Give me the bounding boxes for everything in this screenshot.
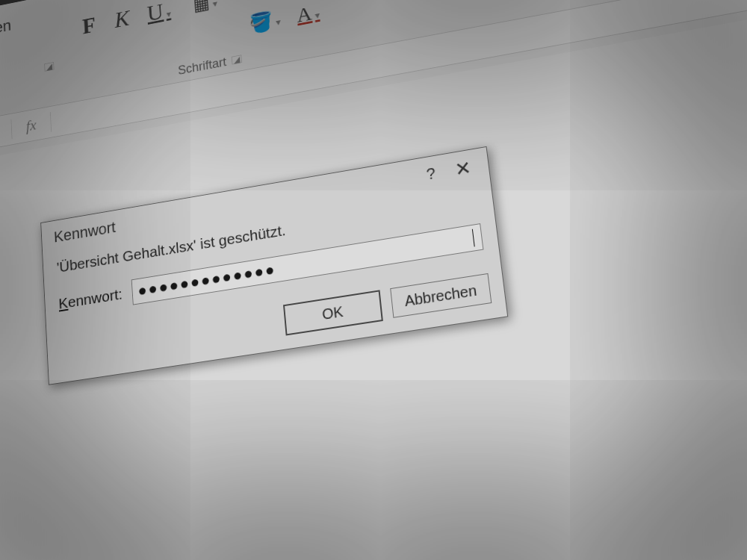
clipboard-group-label: t übertragen <box>0 16 12 49</box>
font-launcher-icon[interactable]: ◢ <box>232 55 242 64</box>
chevron-down-icon[interactable]: ▾ <box>166 9 171 19</box>
accept-icon[interactable]: ✓ <box>0 119 12 146</box>
align-left-button[interactable]: ≡ <box>385 0 412 1</box>
password-label: Kennwort: <box>58 285 123 312</box>
alignment-buttons: ≡ ≡ ≡ ≡ ≡ ≡ <box>381 0 479 1</box>
bold-button[interactable]: F <box>81 12 96 39</box>
borders-button[interactable]: ▦▾ <box>193 0 218 16</box>
fill-color-button[interactable]: 🪣▾ <box>248 7 281 35</box>
underline-button[interactable]: U▾ <box>146 0 172 27</box>
excel-window: Daten Überprüfen Ansicht t übertragen ◢ … <box>0 0 747 560</box>
chevron-down-icon[interactable]: ▾ <box>276 17 282 28</box>
help-button[interactable]: ? <box>413 158 448 190</box>
chevron-down-icon[interactable]: ▾ <box>314 10 320 22</box>
font-color-button[interactable]: A▾ <box>296 0 320 27</box>
fx-icon[interactable]: fx <box>11 113 51 137</box>
chevron-down-icon[interactable]: ▾ <box>212 0 217 9</box>
italic-button[interactable]: K <box>114 5 130 33</box>
clipboard-launcher-icon[interactable]: ◢ <box>44 62 54 72</box>
close-button[interactable]: ✕ <box>445 153 481 184</box>
